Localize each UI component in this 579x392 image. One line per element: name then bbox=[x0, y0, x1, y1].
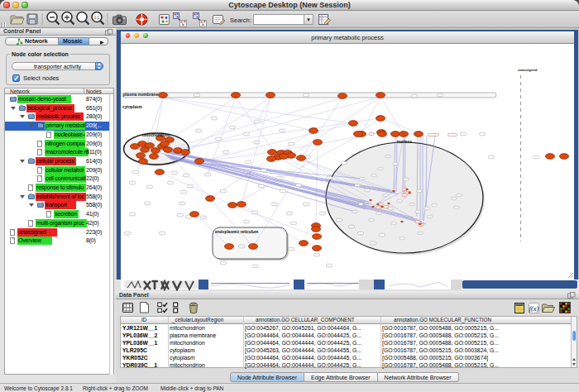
svg-text:unassigned: unassigned bbox=[518, 68, 538, 72]
svg-text:nucleus: nucleus bbox=[397, 140, 412, 144]
svg-text:endoplasmic reticulum: endoplasmic reticulum bbox=[215, 230, 258, 234]
svg-text:f(x): f(x) bbox=[529, 304, 539, 313]
svg-text:1:1: 1:1 bbox=[94, 16, 100, 20]
svg-text:plasma membrane: plasma membrane bbox=[123, 93, 158, 97]
svg-text:cytoplasm: cytoplasm bbox=[122, 105, 142, 109]
svg-text:mitochondrion: mitochondrion bbox=[142, 133, 170, 137]
